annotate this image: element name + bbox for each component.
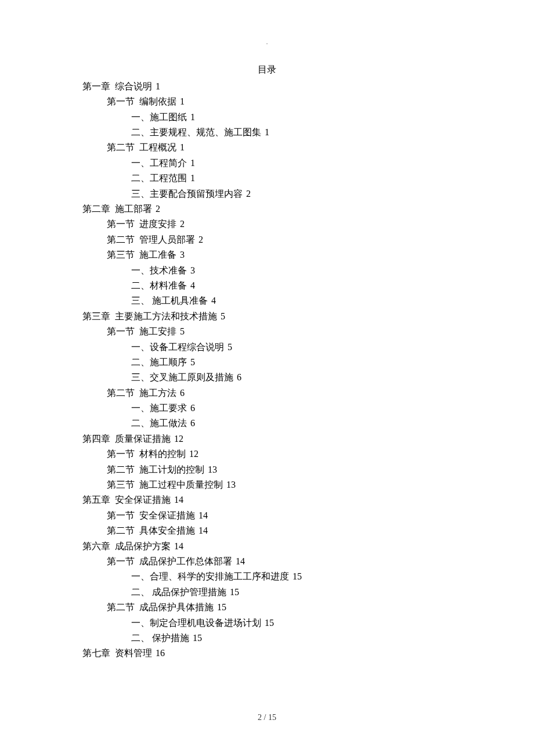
toc-entry-separator (135, 556, 139, 566)
toc-entry: 第二节 管理人员部署 2 (107, 232, 534, 247)
toc-entry: 第三节 施工过程中质量控制 13 (107, 477, 534, 492)
toc-entry-text: 技术准备 (150, 265, 187, 275)
toc-entry-page: 14 (172, 495, 183, 505)
toc-entry-label: 二、 (131, 173, 150, 183)
toc-entry-separator (135, 96, 139, 106)
toc-entry-label: 第二节 (107, 142, 135, 152)
toc-entry: 第三节 施工准备 3 (107, 247, 534, 262)
toc-entry-text: 合理、科学的安排施工工序和进度 (150, 571, 289, 581)
toc-entry: 第一节 成品保护工作总体部署 14 (107, 554, 534, 569)
toc-entry-separator (135, 235, 139, 244)
toc-entry-text: 安全保证措施 (139, 510, 195, 520)
toc-entry-page: 2 (178, 219, 185, 229)
toc-entry-page: 15 (215, 602, 226, 612)
toc-entry-label: 第一节 (107, 510, 135, 520)
toc-entry: 二、 成品保护管理措施 15 (131, 585, 534, 600)
toc-entry-page: 5 (225, 342, 232, 352)
toc-entry-label: 二、 (131, 418, 150, 428)
toc-entry: 第五章 安全保证措施 14 (82, 492, 534, 507)
toc-entry-label: 第六章 (82, 541, 110, 551)
toc-entry-label: 第四章 (82, 434, 110, 444)
toc-entry-text: 施工要求 (150, 403, 187, 413)
toc-entry-page: 14 (196, 510, 208, 520)
toc-entry-label: 二、 (131, 587, 150, 597)
toc-entry-text: 施工安排 (139, 326, 176, 336)
toc-entry-text: 施工做法 (150, 418, 187, 428)
toc-entry-separator (135, 510, 139, 520)
toc-entry-separator (135, 326, 139, 336)
toc-entry-label: 第一节 (107, 96, 135, 106)
toc-entry-label: 二、 (131, 633, 150, 643)
toc-entry-page: 4 (209, 296, 216, 305)
toc-entry-label: 一、 (131, 265, 150, 275)
toc-entry-text: 主要配合预留预埋内容 (150, 189, 243, 199)
toc-entry: 一、施工要求 6 (131, 401, 534, 416)
toc-entry-separator (110, 204, 115, 214)
toc-entry: 三、主要配合预留预埋内容 2 (131, 186, 534, 201)
toc-entry-page: 1 (262, 127, 269, 137)
header-mark: . (0, 0, 534, 48)
toc-entry: 二、主要规程、规范、施工图集 1 (131, 125, 534, 140)
toc-entry-text: 施工准备 (139, 250, 176, 260)
toc-entry: 二、工程范围 1 (131, 171, 534, 186)
toc-entry-text: 施工部署 (115, 204, 152, 214)
toc-entry-label: 第一节 (107, 556, 135, 566)
toc-entry: 二、 保护措施 15 (131, 631, 534, 646)
toc-entry: 第一节 进度安排 2 (107, 217, 534, 232)
toc-entry-label: 第五章 (82, 495, 110, 505)
toc-entry-page: 5 (188, 357, 195, 367)
toc-entry-page: 12 (172, 434, 183, 444)
toc-entry-page: 6 (188, 403, 195, 413)
toc-entry-page: 6 (234, 372, 241, 382)
toc-entry-separator (135, 465, 139, 474)
toc-entry-text: 管理人员部署 (139, 235, 195, 244)
toc-entry-text: 工程简介 (150, 158, 187, 168)
toc-entry-separator (110, 434, 115, 444)
toc-entry: 第一节 编制依据 1 (107, 94, 534, 109)
toc-entry-label: 一、 (131, 403, 150, 413)
toc-entry-page: 14 (172, 541, 183, 551)
toc-entry-label: 第一章 (82, 81, 110, 91)
toc-entry-label: 一、 (131, 571, 150, 581)
toc-entry: 一、工程简介 1 (131, 156, 534, 171)
toc-entry: 第一节 材料的控制 12 (107, 447, 534, 462)
toc-entry-page: 15 (190, 633, 202, 643)
toc-entry-page: 3 (178, 250, 185, 260)
toc-entry-separator (110, 648, 115, 658)
toc-entry: 二、施工顺序 5 (131, 355, 534, 370)
toc-entry-page: 1 (178, 96, 185, 106)
toc-entry-page: 14 (196, 525, 208, 535)
toc-entry-separator (110, 495, 115, 505)
toc-entry-page: 5 (218, 311, 225, 321)
toc-entry-separator (110, 541, 115, 551)
toc-entry-label: 三、 (131, 296, 150, 305)
toc-entry-separator (135, 250, 139, 260)
toc-entry: 一、技术准备 3 (131, 263, 534, 278)
toc-entry-page: 5 (178, 326, 185, 336)
toc-entry-text: 施工方法 (139, 388, 176, 398)
toc-entry-page: 13 (205, 465, 217, 474)
toc-entry: 三、交叉施工原则及措施 6 (131, 370, 534, 385)
toc-entry-label: 二、 (131, 280, 150, 290)
toc-entry-label: 第二节 (107, 465, 135, 474)
toc-entry-page: 15 (262, 618, 274, 628)
toc-entry-page: 15 (228, 587, 239, 597)
toc-entry-page: 3 (188, 265, 195, 275)
toc-entry-label: 第一节 (107, 219, 135, 229)
toc-entry-label: 第二节 (107, 602, 135, 612)
toc-entry: 一、设备工程综合说明 5 (131, 340, 534, 355)
page-footer: 2 / 15 (0, 711, 534, 724)
toc-entry-label: 一、 (131, 112, 150, 122)
toc-entry: 一、合理、科学的安排施工工序和进度 15 (131, 569, 534, 584)
toc-entry: 第七章 资料管理 16 (82, 646, 534, 661)
toc-entry: 第六章 成品保护方案 14 (82, 539, 534, 554)
toc-entry-text: 综合说明 (115, 81, 152, 91)
toc-entry-text: 编制依据 (139, 96, 176, 106)
toc-entry: 一、施工图纸 1 (131, 110, 534, 125)
toc-entry-text: 设备工程综合说明 (150, 342, 224, 352)
toc-entry: 第三章 主要施工方法和技术措施 5 (82, 309, 534, 324)
toc-entry-text: 进度安排 (139, 219, 176, 229)
toc-entry-text: 施工图纸 (150, 112, 187, 122)
toc-entry-label: 第三章 (82, 311, 110, 321)
toc-entry-text: 材料准备 (150, 280, 187, 290)
